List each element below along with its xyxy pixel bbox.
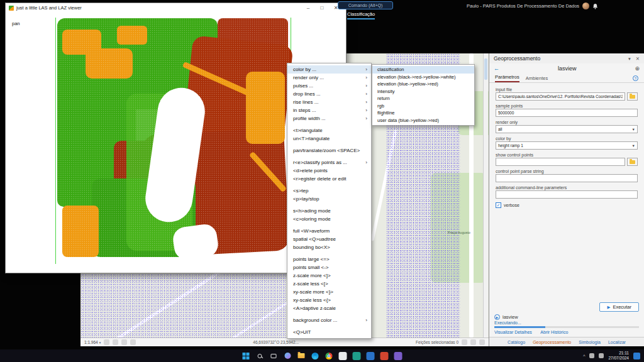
- taskbar-app-icon[interactable]: [367, 352, 375, 360]
- render-only-select[interactable]: all ▼: [496, 125, 638, 133]
- menu-item[interactable]: <d>elete points: [287, 167, 371, 175]
- clock[interactable]: 21:11 27/07/2024: [608, 351, 629, 361]
- menu-item[interactable]: <p>lay/stop: [287, 195, 371, 203]
- point-cloud-canvas[interactable]: [57, 18, 290, 261]
- open-history-link[interactable]: Abrir Histórico: [540, 330, 568, 334]
- view-details-link[interactable]: Visualizar Detalhes: [494, 330, 532, 334]
- help-icon[interactable]: ?: [633, 75, 638, 81]
- tab-classificacao[interactable]: Classificação: [347, 11, 375, 19]
- map-tool-icon[interactable]: [130, 339, 136, 345]
- menu-item[interactable]: s<h>ading mode: [287, 207, 371, 215]
- menu-item[interactable]: xy-scale less <{>: [287, 296, 371, 304]
- auto-hide-icon[interactable]: ▾: [628, 56, 631, 62]
- tray-expand-icon[interactable]: ^: [583, 354, 585, 358]
- menu-item[interactable]: spatial <Q>uadtree: [287, 235, 371, 243]
- maximize-button[interactable]: □: [315, 5, 329, 11]
- menu-item[interactable]: color by ... ›: [287, 65, 371, 74]
- menu-item[interactable]: render only ... ›: [287, 74, 371, 82]
- menu-item[interactable]: full <W>aveform: [287, 227, 371, 235]
- notifications-bell-icon[interactable]: [592, 3, 598, 9]
- map-tool-icon[interactable]: [479, 339, 485, 345]
- tool-run-status: ▶ lasview Executando... Visualizar Detal…: [489, 314, 644, 337]
- submenu-item[interactable]: return: [372, 95, 474, 102]
- menu-item[interactable]: <t>riangulate: [287, 126, 371, 134]
- account-area[interactable]: Paulo - PARS Produtos De Processamento D…: [467, 2, 598, 10]
- taskbar-app-icon[interactable]: [339, 352, 347, 360]
- color-by-select[interactable]: height ramp 1 ▼: [496, 141, 638, 150]
- taskbar-app-icon[interactable]: [394, 352, 402, 360]
- submenu-item[interactable]: flightline: [372, 109, 474, 117]
- menu-item[interactable]: points small <->: [287, 263, 371, 272]
- browse-button[interactable]: [627, 92, 638, 101]
- back-arrow-icon[interactable]: ←: [494, 65, 499, 72]
- edge-icon[interactable]: [311, 352, 319, 360]
- menu-item[interactable]: un<T>riangulate: [287, 134, 371, 143]
- show-control-points-label: show control points: [496, 153, 638, 157]
- menu-item[interactable]: points large <=>: [287, 255, 371, 263]
- submenu-item[interactable]: user data (blue->yellow->red): [372, 117, 474, 124]
- control-point-parse-field[interactable]: [496, 174, 638, 182]
- dock-tab[interactable]: Simbologia: [579, 340, 601, 344]
- menu-item[interactable]: background color ... ›: [287, 316, 371, 324]
- dock-tab[interactable]: Catálogo: [508, 340, 525, 344]
- file-explorer-icon[interactable]: [297, 352, 306, 360]
- menu-item[interactable]: profile width ... ›: [287, 114, 371, 123]
- map-scrollbar[interactable]: [483, 53, 488, 337]
- tab-ambientes[interactable]: Ambientes: [526, 75, 548, 82]
- menu-item[interactable]: drop lines ... ›: [287, 90, 371, 98]
- menu-item-label: <c>oloring mode: [293, 216, 331, 222]
- menu-item[interactable]: xy-scale more <}>: [287, 288, 371, 296]
- menu-item[interactable]: <A>daptive z-scale: [287, 304, 371, 312]
- menu-item-label: <t>riangulate: [293, 128, 323, 133]
- start-button[interactable]: [242, 352, 250, 360]
- menu-item[interactable]: r<e>classify points as ... ›: [287, 158, 371, 167]
- map-tool-icon[interactable]: [470, 339, 476, 345]
- menu-item[interactable]: z-scale more <]>: [287, 272, 371, 280]
- menu-item[interactable]: rise lines ... ›: [287, 98, 371, 106]
- menu-item[interactable]: z-scale less <[>: [287, 280, 371, 288]
- map-tool-icon[interactable]: [462, 339, 467, 345]
- menu-item[interactable]: <r>egister delete or edit: [287, 175, 371, 183]
- browse-button[interactable]: [627, 158, 638, 166]
- search-icon[interactable]: [256, 352, 264, 360]
- minimize-button[interactable]: –: [301, 5, 315, 11]
- add-to-model-icon[interactable]: ⊕: [635, 65, 640, 72]
- menu-item[interactable]: pan/translate/zoom <SPACE>: [287, 146, 371, 155]
- task-view-icon[interactable]: [270, 352, 278, 360]
- submenu-item[interactable]: intensity: [372, 88, 474, 96]
- input-file-field[interactable]: [496, 92, 625, 101]
- show-control-points-field[interactable]: [496, 158, 625, 166]
- scrollbar-thumb[interactable]: [484, 58, 487, 80]
- map-tool-icon[interactable]: [104, 339, 109, 345]
- dock-tab[interactable]: Geoprocessamento: [533, 340, 571, 344]
- submenu-item[interactable]: elevation (black->red->yellow->white): [372, 74, 474, 81]
- menu-item[interactable]: <Q>UIT: [287, 328, 371, 336]
- submenu-item[interactable]: classification: [372, 66, 474, 74]
- tab-parametros[interactable]: Parâmetros: [495, 74, 519, 82]
- map-tool-icon[interactable]: [113, 339, 118, 345]
- sample-points-field[interactable]: [496, 109, 638, 117]
- taskbar-app-icon[interactable]: [353, 352, 361, 360]
- map-tool-icon[interactable]: [121, 339, 127, 345]
- submenu-item[interactable]: elevation (blue->yellow->red): [372, 80, 474, 88]
- copilot-icon[interactable]: [284, 352, 292, 360]
- tray-icon[interactable]: [589, 353, 594, 358]
- close-panel-icon[interactable]: ✕: [636, 56, 640, 62]
- run-button[interactable]: ▶ Executar: [599, 302, 639, 312]
- verbose-checkbox[interactable]: ✓: [496, 202, 501, 208]
- dock-tab[interactable]: Localizar: [608, 340, 626, 344]
- additional-params-field[interactable]: [496, 190, 638, 199]
- avatar[interactable]: [582, 3, 589, 9]
- menu-item[interactable]: bounding bo<X>: [287, 243, 371, 251]
- chrome-icon[interactable]: [325, 352, 333, 360]
- tray-icon[interactable]: [599, 353, 604, 358]
- menu-item[interactable]: pulses ... ›: [287, 82, 371, 90]
- submenu-item[interactable]: rgb: [372, 102, 474, 110]
- menu-item[interactable]: <s>tep: [287, 187, 371, 195]
- scale-select[interactable]: 1:1.964▾: [84, 340, 101, 344]
- taskbar-app-icon[interactable]: [380, 352, 389, 360]
- command-search[interactable]: Comando (Alt+Q): [338, 1, 393, 9]
- menu-item[interactable]: <c>oloring mode: [287, 215, 371, 223]
- menu-item[interactable]: in steps ... ›: [287, 106, 371, 114]
- notification-center-icon[interactable]: [633, 353, 640, 359]
